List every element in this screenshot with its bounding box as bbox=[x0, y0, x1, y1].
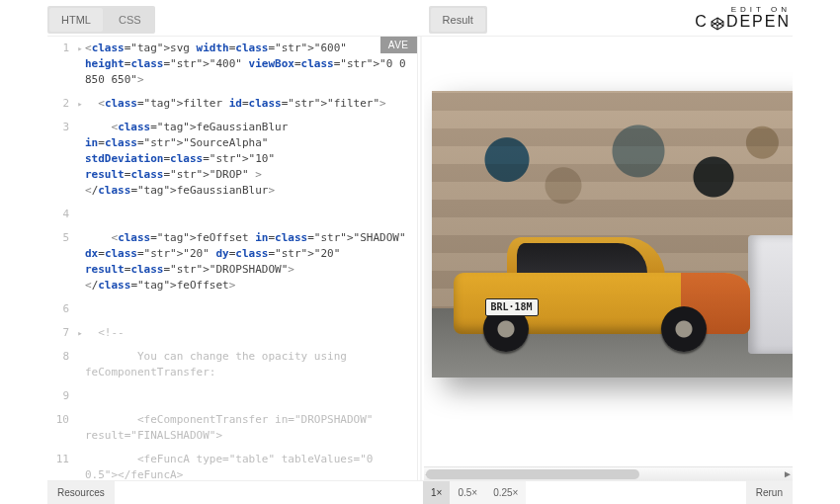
tab-result[interactable]: Result bbox=[431, 8, 485, 32]
code-content[interactable] bbox=[85, 384, 417, 408]
zoom-025x-button[interactable]: 0.25× bbox=[485, 481, 526, 504]
scrollbar-thumb[interactable] bbox=[426, 469, 640, 479]
license-plate: BRL·18M bbox=[485, 298, 539, 316]
codepen-embed: HTML CSS Result EDIT ON C DEP bbox=[0, 0, 840, 504]
code-line[interactable]: 8 You can change the opacity using feCom… bbox=[47, 345, 417, 384]
editor-tabs: HTML CSS bbox=[47, 6, 155, 34]
line-number: 9 bbox=[47, 384, 75, 408]
line-number: 2 bbox=[47, 92, 75, 116]
code-pane: AVE 1▸<class="tag">svg width=class="str"… bbox=[47, 37, 418, 480]
fold-toggle bbox=[75, 408, 85, 448]
code-line[interactable]: 6 bbox=[47, 297, 417, 321]
line-number: 7 bbox=[47, 321, 75, 345]
fold-toggle bbox=[75, 226, 85, 297]
line-number: 8 bbox=[47, 345, 75, 384]
result-car: BRL·18M bbox=[454, 243, 750, 352]
zoom-05x-button[interactable]: 0.5× bbox=[450, 481, 485, 504]
code-line[interactable]: 4 bbox=[47, 203, 417, 226]
codepen-cube-icon bbox=[711, 16, 724, 30]
code-line[interactable]: 9 bbox=[47, 384, 417, 408]
codepen-logo: C DEPEN bbox=[695, 14, 791, 31]
fold-toggle bbox=[75, 203, 85, 226]
line-number: 5 bbox=[47, 226, 75, 297]
zoom-1x-button[interactable]: 1× bbox=[423, 481, 450, 504]
code-content[interactable]: <class="tag">feOffset in=class="str">"SH… bbox=[85, 226, 417, 297]
fold-toggle bbox=[75, 448, 85, 480]
scroll-right-icon[interactable]: ► bbox=[783, 469, 793, 479]
code-line[interactable]: 2▸ <class="tag">filter id=class="str">"f… bbox=[47, 92, 417, 116]
line-number: 4 bbox=[47, 203, 75, 226]
line-number: 6 bbox=[47, 297, 75, 321]
code-content[interactable]: <class="tag">svg width=class="str">"600"… bbox=[85, 37, 417, 92]
code-line[interactable]: 7▸ <!-- bbox=[47, 321, 417, 345]
result-area: BRL·18M ◄ ► bbox=[424, 37, 794, 480]
code-content[interactable]: You can change the opacity using feCompo… bbox=[85, 345, 417, 384]
result-tabs: Result bbox=[429, 6, 487, 34]
code-line[interactable]: 5 <class="tag">feOffset in=class="str">"… bbox=[47, 226, 417, 297]
fold-toggle bbox=[75, 384, 85, 408]
zoom-group: 1× 0.5× 0.25× bbox=[423, 481, 526, 504]
main-panes: AVE 1▸<class="tag">svg width=class="str"… bbox=[47, 36, 793, 480]
bottombar: Resources 1× 0.5× 0.25× Rerun bbox=[47, 480, 793, 504]
code-content[interactable]: <feComponentTransfer in="DROPSHADOW" res… bbox=[85, 408, 417, 448]
topbar: HTML CSS Result EDIT ON C DEP bbox=[47, 6, 793, 36]
result-horizontal-scrollbar[interactable]: ◄ ► bbox=[424, 466, 794, 480]
fold-toggle bbox=[75, 116, 85, 203]
line-number: 3 bbox=[47, 116, 75, 203]
rerun-button[interactable]: Rerun bbox=[746, 481, 793, 504]
result-image: BRL·18M bbox=[432, 91, 794, 378]
code-content[interactable]: <class="tag">feGaussianBlur in=class="st… bbox=[85, 116, 417, 203]
fold-toggle[interactable]: ▸ bbox=[75, 92, 85, 116]
code-editor[interactable]: 1▸<class="tag">svg width=class="str">"60… bbox=[47, 37, 417, 480]
result-pane: BRL·18M ◄ ► bbox=[424, 37, 794, 480]
code-content[interactable]: <class="tag">filter id=class="str">"filt… bbox=[85, 92, 417, 116]
line-number: 11 bbox=[47, 448, 75, 480]
line-number: 1 bbox=[47, 37, 75, 92]
code-content[interactable]: <!-- bbox=[85, 321, 417, 345]
fold-toggle bbox=[75, 297, 85, 321]
fold-toggle[interactable]: ▸ bbox=[75, 37, 85, 92]
code-content[interactable]: <feFuncA type="table" tableValues="0 0.5… bbox=[85, 448, 417, 480]
tab-css[interactable]: CSS bbox=[107, 8, 153, 32]
fold-toggle[interactable]: ▸ bbox=[75, 321, 85, 345]
code-content[interactable] bbox=[85, 203, 417, 226]
code-table: 1▸<class="tag">svg width=class="str">"60… bbox=[47, 37, 417, 480]
tab-html[interactable]: HTML bbox=[49, 8, 103, 32]
codepen-branding[interactable]: EDIT ON C DEPEN bbox=[695, 6, 793, 31]
code-line[interactable]: 3 <class="tag">feGaussianBlur in=class="… bbox=[47, 116, 417, 203]
code-line[interactable]: 10 <feComponentTransfer in="DROPSHADOW" … bbox=[47, 408, 417, 448]
save-badge[interactable]: AVE bbox=[380, 37, 417, 53]
line-number: 10 bbox=[47, 408, 75, 448]
codepen-logo-right: DEPEN bbox=[726, 14, 791, 31]
code-line[interactable]: 1▸<class="tag">svg width=class="str">"60… bbox=[47, 37, 417, 92]
code-line[interactable]: 11 <feFuncA type="table" tableValues="0 … bbox=[47, 448, 417, 480]
resources-button[interactable]: Resources bbox=[47, 481, 115, 504]
fold-toggle bbox=[75, 345, 85, 384]
code-content[interactable] bbox=[85, 297, 417, 321]
codepen-logo-left: C bbox=[695, 14, 709, 31]
